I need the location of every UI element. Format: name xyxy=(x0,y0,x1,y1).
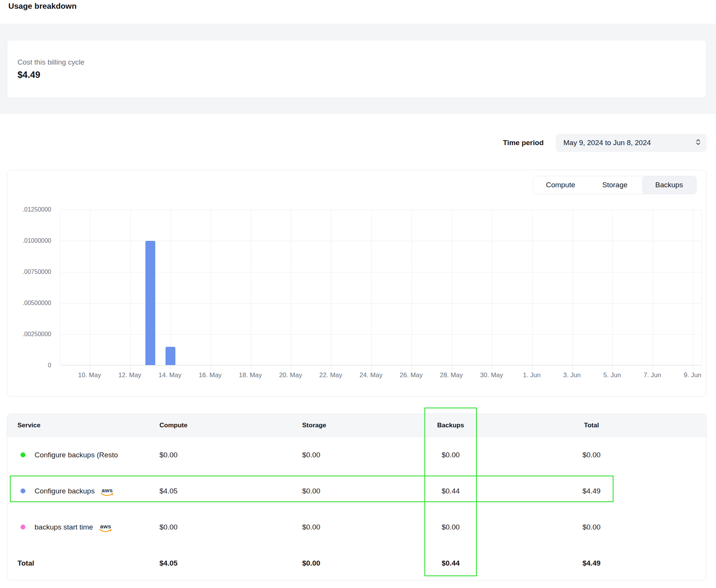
header-service: Service xyxy=(7,422,159,429)
header-storage: Storage xyxy=(302,422,424,429)
x-axis-tick-label: 1. Jun xyxy=(523,371,541,379)
cell-backups: $0.44 xyxy=(424,487,477,495)
x-axis-tick xyxy=(291,365,291,370)
total-total: $4.49 xyxy=(477,559,706,567)
billing-cost-card: Cost this billing cycle $4.49 xyxy=(7,40,707,98)
usage-chart-card: Compute Storage Backups .01250000.010000… xyxy=(7,170,707,397)
cell-total: $0.00 xyxy=(477,451,706,459)
header-backups: Backups xyxy=(424,422,477,429)
chart-metric-tabs: Compute Storage Backups xyxy=(533,176,697,194)
x-axis-tick-label: 18. May xyxy=(239,371,262,379)
v-gridline xyxy=(572,210,573,365)
x-axis-tick xyxy=(653,365,653,370)
x-axis-tick xyxy=(251,365,251,370)
h-gridline xyxy=(60,334,702,335)
x-axis-tick xyxy=(331,365,331,370)
v-gridline xyxy=(211,210,211,365)
table-row: Configure backups aws $4.05 $0.00 $0.44 … xyxy=(7,473,706,509)
v-gridline xyxy=(412,210,412,365)
total-backups: $0.44 xyxy=(424,559,477,567)
x-axis-tick xyxy=(90,365,90,370)
tab-compute[interactable]: Compute xyxy=(533,176,588,194)
x-axis-tick-label: 24. May xyxy=(360,371,382,379)
v-gridline xyxy=(532,210,533,365)
service-dot xyxy=(21,525,25,530)
x-axis-tick-label: 16. May xyxy=(199,371,221,379)
v-gridline xyxy=(492,210,492,365)
chart-y-axis: .01250000.01000000.00750000.00500000.002… xyxy=(7,210,51,365)
v-gridline xyxy=(251,210,251,365)
service-dot xyxy=(21,488,25,493)
y-axis-tick-label: .01000000 xyxy=(22,237,51,244)
x-axis-tick-label: 28. May xyxy=(440,371,463,379)
cell-compute: $4.05 xyxy=(159,487,302,495)
time-period-row: Time period May 9, 2024 to Jun 8, 2024 xyxy=(0,134,707,152)
cell-total: $4.49 xyxy=(477,487,706,495)
x-axis-line xyxy=(60,365,702,365)
v-gridline xyxy=(653,210,653,365)
service-name: Configure backups xyxy=(35,487,95,495)
cell-total: $0.00 xyxy=(477,523,706,531)
x-axis-tick-label: 10. May xyxy=(78,371,101,379)
h-gridline xyxy=(60,210,702,210)
cell-compute: $0.00 xyxy=(159,451,302,459)
x-axis-tick-label: 5. Jun xyxy=(603,371,621,379)
y-axis-tick-label: .00750000 xyxy=(22,269,51,275)
x-axis-tick-label: 14. May xyxy=(159,371,181,379)
x-axis-tick-label: 7. Jun xyxy=(643,371,661,379)
y-axis-tick-label: .01250000 xyxy=(22,206,51,213)
x-axis-tick xyxy=(130,365,131,370)
header-total: Total xyxy=(477,422,706,429)
x-axis-tick xyxy=(492,365,492,370)
time-period-select[interactable]: May 9, 2024 to Jun 8, 2024 xyxy=(556,134,707,152)
v-gridline xyxy=(170,210,171,365)
y-axis-tick-label: .00250000 xyxy=(22,331,51,338)
chart-x-axis: 10. May12. May14. May16. May18. May20. M… xyxy=(60,371,701,381)
x-axis-tick xyxy=(572,365,573,370)
x-axis-tick-label: 22. May xyxy=(319,371,342,379)
v-gridline xyxy=(612,210,613,365)
v-gridline xyxy=(90,210,90,365)
x-axis-tick-label: 9. Jun xyxy=(684,371,701,379)
x-axis-tick xyxy=(371,365,372,370)
h-gridline xyxy=(60,241,702,241)
time-period-value: May 9, 2024 to Jun 8, 2024 xyxy=(563,139,651,147)
service-name: Configure backups (Resto xyxy=(35,451,118,459)
billing-cost-label: Cost this billing cycle xyxy=(17,58,706,66)
x-axis-tick-label: 3. Jun xyxy=(563,371,580,379)
time-period-label: Time period xyxy=(503,139,544,147)
x-axis-tick-label: 12. May xyxy=(118,371,141,379)
cell-backups: $0.00 xyxy=(424,451,477,459)
aws-icon: aws xyxy=(101,487,114,496)
x-axis-tick xyxy=(693,365,693,370)
table-header-row: Service Compute Storage Backups Total xyxy=(7,414,706,437)
cell-storage: $0.00 xyxy=(302,487,424,495)
total-storage: $0.00 xyxy=(302,559,424,567)
x-axis-tick xyxy=(532,365,533,370)
table-total-row: Total $4.05 $0.00 $0.44 $4.49 xyxy=(7,545,706,580)
page-title: Usage breakdown xyxy=(8,2,77,11)
v-gridline xyxy=(130,210,131,365)
cell-compute: $0.00 xyxy=(159,523,302,531)
x-axis-tick xyxy=(612,365,613,370)
cell-backups: $0.00 xyxy=(424,523,477,531)
v-gridline xyxy=(371,210,372,365)
cell-storage: $0.00 xyxy=(302,523,424,531)
x-axis-tick-label: 30. May xyxy=(480,371,503,379)
total-label: Total xyxy=(7,559,159,567)
x-axis-tick xyxy=(170,365,171,370)
chart-bar xyxy=(145,241,155,365)
x-axis-tick xyxy=(211,365,211,370)
chart-plot xyxy=(60,210,702,365)
billing-summary-band: Cost this billing cycle $4.49 xyxy=(0,24,716,114)
x-axis-tick xyxy=(452,365,452,370)
tab-backups[interactable]: Backups xyxy=(642,176,696,194)
v-gridline xyxy=(452,210,452,365)
tab-storage[interactable]: Storage xyxy=(588,176,642,194)
table-row: backups start time aws $0.00 $0.00 $0.00… xyxy=(7,509,706,545)
v-gridline xyxy=(693,210,693,365)
usage-table: Service Compute Storage Backups Total Co… xyxy=(7,414,707,580)
cell-storage: $0.00 xyxy=(302,451,424,459)
service-name: backups start time xyxy=(35,523,93,531)
y-axis-tick-label: 0 xyxy=(48,362,51,369)
